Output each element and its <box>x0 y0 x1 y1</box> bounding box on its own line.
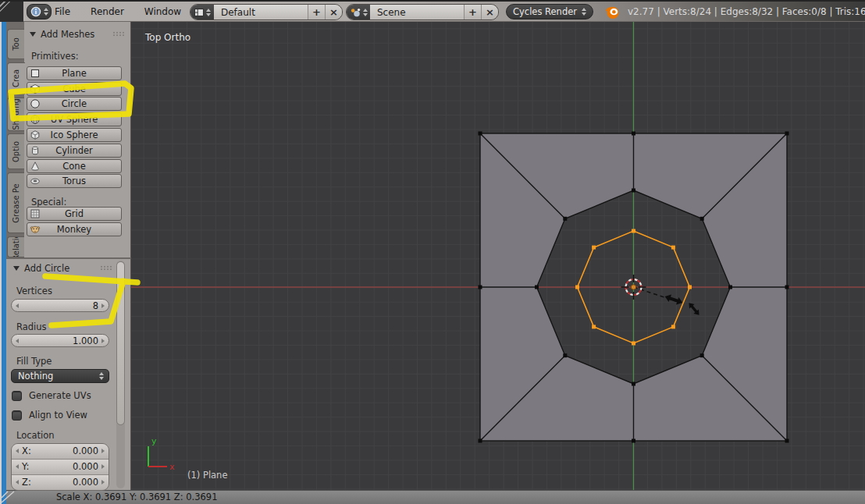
screen-layout-icon-button[interactable] <box>190 5 214 20</box>
increment-icon[interactable] <box>101 480 105 484</box>
dropdown-arrows-icon <box>99 372 104 380</box>
sidebar-tab-relations[interactable]: Relatio <box>7 236 24 257</box>
fill-type-label: Fill Type <box>16 356 52 367</box>
layout-icon <box>194 7 205 18</box>
viewport-header-bottom: Scale X: 0.3691 Y: 0.3691 Z: 0.3691 <box>6 490 865 504</box>
add-torus-button[interactable]: Torus <box>27 174 122 188</box>
increment-icon[interactable] <box>101 303 105 308</box>
menu-render[interactable]: Render <box>91 6 124 17</box>
3d-viewport[interactable]: y x Top Ortho (1) Plane <box>131 22 865 490</box>
increment-icon[interactable] <box>101 464 105 469</box>
add-cylinder-button[interactable]: Cylinder <box>27 144 122 158</box>
location-x-field[interactable]: X: 0.000 <box>12 444 109 459</box>
decrement-icon[interactable] <box>16 480 19 484</box>
add-cone-button[interactable]: Cone <box>27 159 122 173</box>
add-uv-sphere-button[interactable]: UV Sphere <box>27 112 122 126</box>
engine-arrows-icon <box>582 8 586 16</box>
layout-add-button[interactable]: + <box>308 5 325 20</box>
add-circle-panel: Add Circle Vertices 8 Radius 1.000 Fill … <box>6 257 131 490</box>
window-resize-grip[interactable] <box>0 488 19 504</box>
fill-type-select[interactable]: Nothing <box>11 369 109 383</box>
layout-name-field[interactable]: Default <box>214 5 308 20</box>
view-name-label: Top Ortho <box>145 32 190 43</box>
add-circle-panel-header[interactable]: Add Circle <box>13 263 69 274</box>
close-icon: × <box>486 6 494 18</box>
add-plane-button[interactable]: Plane <box>27 66 122 80</box>
blender-logo-icon <box>604 4 621 20</box>
render-engine-select[interactable]: Cycles Render <box>506 4 593 20</box>
menu-window[interactable]: Window <box>144 6 181 17</box>
align-to-view-checkbox[interactable] <box>12 410 22 421</box>
info-header: File Render Window Help Default + × <box>0 0 865 22</box>
3d-cursor <box>621 275 646 300</box>
generate-uvs-checkbox[interactable] <box>12 391 22 401</box>
viewport-scene: y x <box>131 22 865 490</box>
transform-cursor-icon <box>664 293 684 307</box>
location-z-field[interactable]: Z: 0.000 <box>12 474 109 490</box>
axis-gizmo <box>148 446 167 467</box>
info-icon <box>30 6 41 17</box>
radius-slider[interactable]: 1.000 <box>11 334 109 347</box>
editor-type-button[interactable] <box>27 4 52 20</box>
special-label: Special: <box>31 197 66 208</box>
sidebar-tab-grease-pencil[interactable]: Grease Pe <box>7 172 24 233</box>
align-to-view-row[interactable]: Align to View <box>12 410 87 421</box>
panel-drag-icon[interactable] <box>112 31 124 37</box>
transform-cursor-icon <box>686 300 702 317</box>
generate-uvs-row[interactable]: Generate UVs <box>12 390 91 401</box>
panel-scrollbar[interactable] <box>116 261 125 488</box>
panel-drag-icon[interactable] <box>100 265 112 271</box>
vertices-slider[interactable]: 8 <box>11 299 109 312</box>
decrement-icon[interactable] <box>16 449 19 453</box>
decrement-icon[interactable] <box>16 339 19 343</box>
sidebar-tab-options[interactable]: Optio <box>7 133 24 169</box>
add-meshes-panel-header[interactable]: Add Meshes <box>30 29 94 40</box>
location-label: Location <box>16 430 55 441</box>
location-y-field[interactable]: Y: 0.000 <box>12 459 109 474</box>
gizmo-x-label: x <box>169 462 175 472</box>
sidebar-tab-tools[interactable]: Too <box>7 29 24 59</box>
gizmo-y-label: y <box>151 436 157 446</box>
menu-file[interactable]: File <box>55 6 70 17</box>
increment-icon[interactable] <box>101 339 105 343</box>
scene-group: Scene + × <box>346 4 499 20</box>
plus-icon: + <box>312 6 321 18</box>
scene-name-field[interactable]: Scene <box>370 5 464 20</box>
panel-title: Add Circle <box>24 263 69 274</box>
add-ico-sphere-button[interactable]: Ico Sphere <box>27 128 122 142</box>
increment-icon[interactable] <box>101 449 105 453</box>
region-corner-grip[interactable] <box>0 2 23 22</box>
layout-unlink-button[interactable]: × <box>325 5 342 20</box>
radius-label: Radius <box>16 321 47 332</box>
panel-collapse-icon <box>13 266 20 271</box>
scene-statistics: v2.77 | Verts:8/24 | Edges:8/32 | Faces:… <box>628 2 865 22</box>
transform-status-text: Scale X: 0.3691 Y: 0.3691 Z: 0.3691 <box>56 491 217 504</box>
scene-icon-button[interactable] <box>347 5 370 20</box>
sidebar-tab-shading[interactable]: Shading <box>7 98 24 131</box>
primitives-label: Primitives: <box>31 51 79 62</box>
add-monkey-button[interactable]: Monkey <box>27 222 122 236</box>
vertices-label: Vertices <box>16 286 52 296</box>
panel-scrollbar-thumb[interactable] <box>116 261 125 425</box>
add-cube-button[interactable]: Cube <box>27 82 122 96</box>
decrement-icon[interactable] <box>16 464 19 469</box>
scene-add-button[interactable]: + <box>464 5 481 20</box>
scene-arrows-icon <box>363 9 368 16</box>
panel-collapse-icon <box>30 32 36 37</box>
render-engine-value: Cycles Render <box>513 6 579 17</box>
add-meshes-panel: Add Meshes Primitives: Plane Cube Circle <box>24 22 131 257</box>
sidebar-tab-create[interactable]: Crea <box>7 62 25 94</box>
blender-window: File Render Window Help Default + × <box>0 0 865 504</box>
editor-type-arrows-icon <box>44 8 48 16</box>
add-circle-button[interactable]: Circle <box>27 97 122 111</box>
scene-unlink-button[interactable]: × <box>481 5 498 20</box>
add-grid-button[interactable]: Grid <box>27 207 122 221</box>
plus-icon: + <box>468 6 477 18</box>
panel-title: Add Meshes <box>41 29 94 40</box>
decrement-icon[interactable] <box>16 303 19 308</box>
selection-median-point <box>631 285 635 289</box>
screen-layout-group: Default + × <box>190 4 343 20</box>
location-vector-fields: X: 0.000 Y: 0.000 Z: 0.000 <box>11 443 109 491</box>
active-object-label: (1) Plane <box>187 470 228 481</box>
close-icon: × <box>329 6 338 18</box>
